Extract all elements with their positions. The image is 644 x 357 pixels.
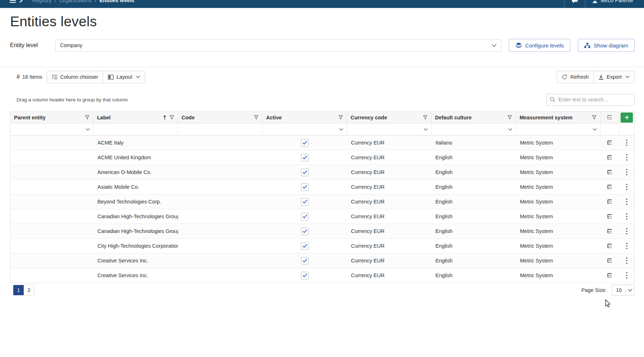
cell-parent-entity	[10, 268, 93, 283]
table-row[interactable]: American O-Mobile Co.Currency EUREnglish…	[10, 165, 634, 180]
active-checkbox[interactable]	[301, 272, 309, 279]
filter-icon[interactable]	[592, 115, 597, 120]
active-checkbox[interactable]	[301, 169, 309, 176]
table-row[interactable]: City High-Technologies CorporationCurren…	[10, 239, 634, 253]
filter-cell-active[interactable]	[262, 123, 347, 136]
hierarchy-icon[interactable]	[607, 214, 613, 219]
filter-cell-measurement-system[interactable]	[516, 123, 600, 136]
page-button-2[interactable]: 2	[24, 285, 34, 295]
hierarchy-icon[interactable]	[607, 184, 613, 190]
table-row[interactable]: ACME ItalyCurrency EURItalianoMetric Sys…	[10, 136, 634, 150]
layout-button[interactable]: Layout	[103, 71, 145, 83]
show-diagram-button[interactable]: Show diagram	[578, 39, 635, 52]
row-menu-dots-icon[interactable]	[624, 182, 630, 192]
breadcrumb-organizations[interactable]: Organizations	[59, 0, 91, 3]
row-menu-dots-icon[interactable]	[624, 271, 630, 280]
filter-cell-label[interactable]	[93, 123, 178, 136]
chevron-down-icon[interactable]	[626, 285, 634, 295]
table-row[interactable]: ACME United KingdomCurrency EUREnglishMe…	[10, 150, 634, 165]
column-header-currency-code[interactable]: Currency code	[347, 112, 431, 123]
row-menu-dots-icon[interactable]	[624, 197, 630, 206]
add-row-button[interactable]	[621, 113, 633, 123]
cell-parent-entity	[10, 239, 93, 253]
filter-cell-parent-entity[interactable]	[10, 123, 93, 136]
cell-hierarchy	[600, 224, 619, 238]
row-menu-dots-icon[interactable]	[624, 153, 630, 162]
hierarchy-icon[interactable]	[607, 199, 613, 205]
cell-code	[178, 209, 262, 224]
table-row[interactable]: Beyond Technologies Corp.Currency EUREng…	[10, 194, 634, 209]
chevron-down-icon[interactable]	[424, 128, 428, 131]
chevron-down-icon[interactable]	[492, 44, 497, 47]
row-menu-dots-icon[interactable]	[624, 226, 630, 236]
filter-icon[interactable]	[338, 115, 343, 120]
sort-ascending-icon[interactable]	[163, 115, 166, 120]
active-checkbox[interactable]	[301, 183, 309, 191]
hierarchy-icon[interactable]	[607, 170, 613, 175]
hierarchy-icon[interactable]	[607, 273, 613, 278]
hierarchy-icon[interactable]	[607, 243, 613, 249]
filter-cell-currency-code[interactable]	[347, 123, 431, 136]
column-header-code[interactable]: Code	[178, 112, 262, 123]
hierarchy-icon[interactable]	[607, 140, 613, 146]
configure-levels-button[interactable]: Configure levels	[509, 39, 571, 52]
active-checkbox[interactable]	[301, 228, 309, 235]
table-row[interactable]: Asiatic Mobile Co.Currency EUREnglishMet…	[10, 180, 634, 194]
row-menu-dots-icon[interactable]	[624, 212, 630, 221]
hierarchy-icon[interactable]	[607, 229, 613, 234]
active-checkbox[interactable]	[301, 139, 309, 147]
page-size-select[interactable]: 10	[612, 285, 635, 296]
table-row[interactable]: Canadian High-Technologies GroupCurrency…	[10, 224, 634, 239]
sidebar-expand-icon[interactable]	[19, 0, 23, 3]
entity-level-select[interactable]: Company	[55, 39, 501, 52]
cell-label: Creative Services Inc.	[93, 253, 178, 268]
row-menu-dots-icon[interactable]	[624, 241, 630, 251]
cell-code	[178, 253, 262, 268]
export-label: Export	[607, 74, 622, 80]
row-menu-dots-icon[interactable]	[624, 256, 630, 265]
filter-icon[interactable]	[169, 115, 174, 120]
active-checkbox[interactable]	[301, 198, 309, 206]
active-checkbox[interactable]	[301, 242, 309, 250]
feedback-chat-icon[interactable]	[571, 0, 578, 4]
table-row[interactable]: Creative Services Inc.Currency EUREnglis…	[10, 268, 634, 283]
active-checkbox[interactable]	[301, 213, 309, 220]
refresh-button[interactable]: Refresh	[557, 71, 593, 83]
page-button-1[interactable]: 1	[13, 285, 24, 295]
search-input[interactable]	[558, 97, 631, 102]
filter-icon[interactable]	[423, 115, 428, 120]
column-header-active[interactable]: Active	[262, 112, 347, 123]
user-avatar-icon[interactable]	[592, 0, 598, 3]
chevron-down-icon[interactable]	[508, 128, 512, 131]
column-header-default-culture[interactable]: Default culture	[431, 112, 516, 123]
filter-cell-code[interactable]	[178, 123, 262, 136]
column-header-hierarchy[interactable]	[600, 112, 619, 123]
search-box[interactable]	[546, 94, 635, 106]
column-header-measurement-system[interactable]: Measurement system	[516, 112, 600, 123]
table-row[interactable]: Creative Services Inc.Currency EUREnglis…	[10, 253, 634, 268]
hierarchy-icon[interactable]	[607, 155, 613, 160]
toolbar-right-group: Refresh Export	[557, 71, 635, 83]
export-button[interactable]: Export	[593, 71, 634, 83]
breadcrumb-registry[interactable]: Registry	[32, 0, 51, 3]
chevron-down-icon[interactable]	[339, 128, 343, 131]
active-checkbox[interactable]	[301, 154, 309, 161]
table-row[interactable]: Canadian High-Technologies GroupCurrency…	[10, 209, 634, 224]
chevron-down-icon[interactable]	[86, 128, 90, 131]
hierarchy-icon[interactable]	[607, 258, 613, 264]
menu-icon[interactable]	[10, 0, 16, 3]
filter-icon[interactable]	[254, 115, 259, 120]
cell-menu	[619, 224, 634, 238]
filter-icon[interactable]	[85, 115, 90, 120]
active-checkbox[interactable]	[301, 257, 309, 265]
column-header-label[interactable]: Label	[93, 112, 178, 123]
cell-code	[178, 180, 262, 194]
filter-icon[interactable]	[507, 115, 512, 120]
row-menu-dots-icon[interactable]	[624, 168, 630, 177]
column-chooser-button[interactable]: Column chooser	[47, 71, 103, 83]
column-header-parent-entity[interactable]: Parent entity	[10, 112, 93, 123]
user-name[interactable]: Mirco Parente	[601, 0, 633, 3]
filter-cell-default-culture[interactable]	[431, 123, 516, 136]
chevron-down-icon[interactable]	[593, 128, 597, 131]
row-menu-dots-icon[interactable]	[624, 138, 630, 147]
